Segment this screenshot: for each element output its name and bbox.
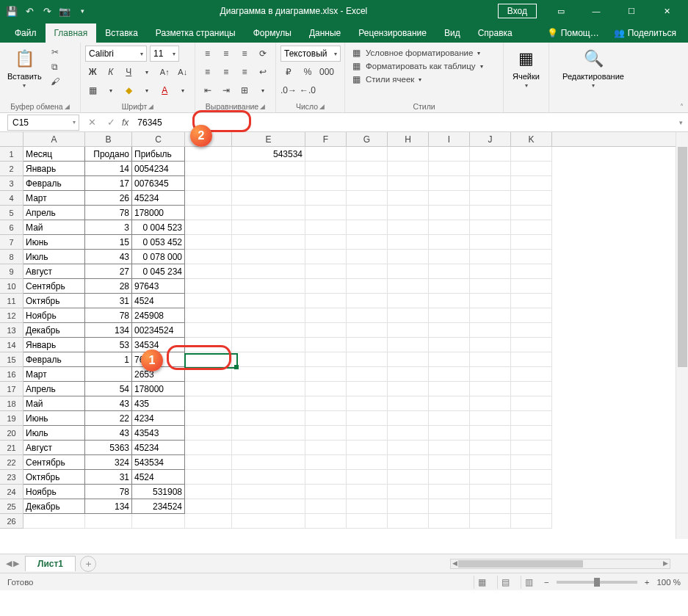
cell[interactable]: 234524 xyxy=(132,499,185,514)
cell[interactable]: 45234 xyxy=(132,441,185,455)
cell[interactable] xyxy=(232,382,305,396)
cell[interactable] xyxy=(388,176,429,191)
italic-button[interactable]: К xyxy=(104,64,119,80)
cell[interactable] xyxy=(429,470,470,485)
cell[interactable]: 0 045 234 xyxy=(132,264,185,279)
cell[interactable] xyxy=(232,294,305,308)
cell[interactable] xyxy=(388,294,429,308)
tab-formulas[interactable]: Формулы xyxy=(245,23,300,43)
cell[interactable] xyxy=(429,279,470,294)
cell[interactable] xyxy=(185,294,232,308)
row-header-14[interactable]: 14 xyxy=(0,338,23,352)
cell[interactable] xyxy=(185,382,232,396)
tab-pagelayout[interactable]: Разметка страницы xyxy=(147,23,245,43)
cell[interactable]: 245908 xyxy=(132,308,185,323)
cell[interactable] xyxy=(305,338,347,352)
font-family-select[interactable]: Calibri▾ xyxy=(85,46,147,62)
cell[interactable] xyxy=(347,162,388,176)
row-header-18[interactable]: 18 xyxy=(0,396,23,411)
cell[interactable] xyxy=(429,235,470,250)
cell[interactable]: Продано xyxy=(85,147,132,162)
save-icon[interactable]: 💾 xyxy=(4,4,19,18)
cell[interactable]: 43 xyxy=(85,396,132,411)
cell[interactable] xyxy=(305,499,347,514)
cell[interactable] xyxy=(347,264,388,279)
row-header-9[interactable]: 9 xyxy=(0,264,23,279)
cell[interactable]: 22 xyxy=(85,411,132,426)
row-header-4[interactable]: 4 xyxy=(0,191,23,206)
cell[interactable] xyxy=(470,455,511,470)
cell[interactable] xyxy=(305,264,347,279)
format-as-table-button[interactable]: ▦Форматировать как таблицу▾ xyxy=(350,60,499,72)
cell[interactable] xyxy=(429,323,470,338)
scrollbar-thumb[interactable] xyxy=(458,560,583,568)
cell[interactable] xyxy=(429,367,470,382)
decrease-indent-icon[interactable]: ⇤ xyxy=(200,82,215,98)
minimize-icon[interactable]: — xyxy=(579,1,613,21)
row-header-16[interactable]: 16 xyxy=(0,367,23,382)
collapse-ribbon-icon[interactable]: ˄ xyxy=(680,103,684,111)
zoom-level[interactable]: 100 % xyxy=(656,578,681,587)
cell[interactable] xyxy=(429,499,470,514)
prev-sheet-icon[interactable]: ◀ xyxy=(6,559,12,568)
cell[interactable] xyxy=(511,235,552,250)
cell[interactable] xyxy=(232,162,305,176)
cell[interactable]: 4524 xyxy=(132,470,185,485)
cell[interactable]: 4234 xyxy=(132,411,185,426)
cell[interactable] xyxy=(388,323,429,338)
cell[interactable] xyxy=(388,514,429,529)
cell[interactable] xyxy=(470,235,511,250)
cell[interactable] xyxy=(511,470,552,485)
cell[interactable] xyxy=(429,382,470,396)
vertical-scrollbar[interactable] xyxy=(676,132,688,539)
cell[interactable] xyxy=(388,396,429,411)
dialog-launcher-icon[interactable]: ◢ xyxy=(260,103,265,110)
cell[interactable] xyxy=(470,367,511,382)
cell[interactable]: 43 xyxy=(85,250,132,264)
cell[interactable] xyxy=(185,338,232,352)
align-top-icon[interactable]: ≡ xyxy=(200,46,215,62)
row-header-23[interactable]: 23 xyxy=(0,470,23,485)
cell[interactable] xyxy=(429,308,470,323)
cell-styles-button[interactable]: ▦Стили ячеек▾ xyxy=(350,73,499,85)
cell[interactable] xyxy=(305,470,347,485)
row-header-20[interactable]: 20 xyxy=(0,426,23,441)
cell[interactable] xyxy=(511,499,552,514)
cell[interactable] xyxy=(429,220,470,235)
cell[interactable] xyxy=(388,382,429,396)
cell[interactable] xyxy=(305,176,347,191)
cell[interactable] xyxy=(470,338,511,352)
cell[interactable] xyxy=(305,455,347,470)
cell[interactable] xyxy=(305,250,347,264)
cell[interactable]: Ноябрь xyxy=(23,485,85,499)
cell[interactable] xyxy=(429,441,470,455)
cell[interactable]: 78 xyxy=(85,485,132,499)
column-header-A[interactable]: A xyxy=(23,132,85,146)
cell[interactable]: Май xyxy=(23,396,85,411)
cell[interactable] xyxy=(347,308,388,323)
chevron-down-icon[interactable]: ▾ xyxy=(256,82,271,98)
cell[interactable] xyxy=(232,352,305,367)
cell[interactable] xyxy=(185,250,232,264)
cell[interactable] xyxy=(429,455,470,470)
cell[interactable] xyxy=(511,147,552,162)
tab-help[interactable]: Справка xyxy=(469,23,521,43)
cell[interactable] xyxy=(305,308,347,323)
tab-home[interactable]: Главная xyxy=(46,23,97,43)
cell[interactable] xyxy=(305,367,347,382)
bold-button[interactable]: Ж xyxy=(85,64,101,80)
cell[interactable] xyxy=(470,441,511,455)
row-header-10[interactable]: 10 xyxy=(0,279,23,294)
cell[interactable] xyxy=(232,191,305,206)
chevron-down-icon[interactable]: ▾ xyxy=(140,64,155,80)
cell[interactable] xyxy=(185,352,232,367)
decrease-font-icon[interactable]: A↓ xyxy=(175,64,191,80)
cell[interactable] xyxy=(470,396,511,411)
cell[interactable] xyxy=(511,176,552,191)
cell[interactable] xyxy=(470,279,511,294)
cell[interactable] xyxy=(388,470,429,485)
cell[interactable] xyxy=(429,162,470,176)
cell[interactable] xyxy=(23,514,85,529)
cell[interactable] xyxy=(470,470,511,485)
cell[interactable] xyxy=(347,147,388,162)
